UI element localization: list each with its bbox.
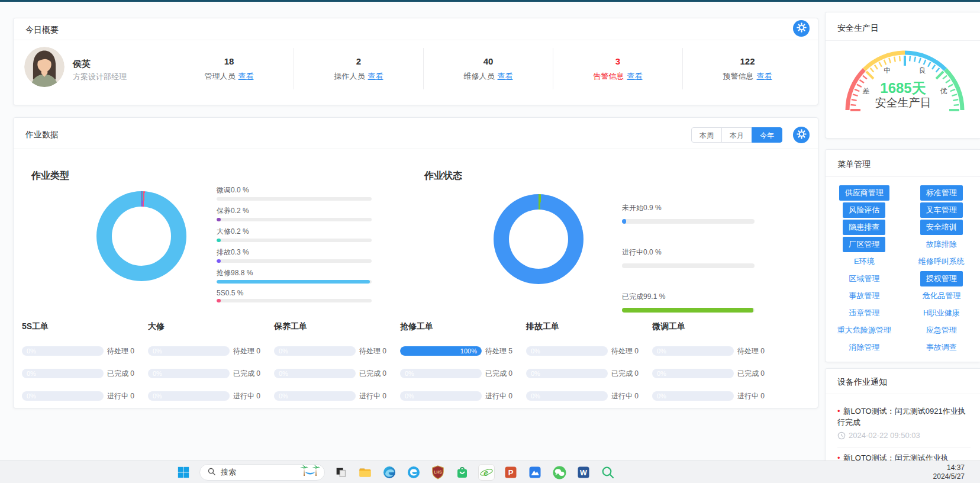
menu-button-危化品管理[interactable]: 危化品管理 — [916, 288, 966, 304]
menu-button-隐患排查[interactable]: 隐患排查 — [843, 220, 885, 235]
divider — [826, 394, 980, 394]
order-card-微调工单: 微调工单0%待处理 00%已完成 00%进行中 0 — [649, 321, 775, 414]
notice-list: •新LOTO测试：闰元测试0921作业执行完成2024-02-22 09:50:… — [837, 401, 971, 463]
progress-percent: 0% — [27, 392, 36, 400]
menu-button-消除管理[interactable]: 消除管理 — [843, 340, 885, 355]
overview-settings-button[interactable] — [793, 20, 810, 37]
order-progress-row: 0%进行中 0 — [148, 391, 267, 401]
menu-cell: 违章管理 — [826, 304, 903, 321]
legend-bar-track — [622, 219, 755, 224]
stat-value: 18 — [224, 56, 234, 66]
menu-cell: 应急管理 — [903, 321, 980, 339]
wechat-icon[interactable] — [551, 464, 568, 481]
stat-column: 2操作人员查看 — [294, 48, 423, 89]
work-type-donut-chart — [96, 191, 186, 281]
order-progress-row: 0%已完成 0 — [400, 369, 519, 378]
menu-button-维修呼叫系统[interactable]: 维修呼叫系统 — [913, 254, 971, 269]
stat-value: 122 — [740, 56, 755, 66]
divider — [826, 176, 980, 177]
order-progress-row: 0%已完成 0 — [22, 369, 141, 378]
order-status-label: 已完成 0 — [737, 369, 765, 379]
start-button-icon[interactable] — [175, 464, 192, 481]
order-status-label: 待处理 0 — [107, 346, 134, 356]
taskbar-clock[interactable]: 14:37 2024/5/27 — [933, 463, 965, 481]
work-data-card: 作业数据 本周本月今年 作业类型 微调0.0 %保养0.2 %大修0.2 %排故… — [13, 117, 818, 408]
progress-pill: 0% — [652, 391, 734, 401]
menu-button-标准管理[interactable]: 标准管理 — [920, 185, 963, 201]
view-link[interactable]: 查看 — [498, 71, 513, 82]
menu-button-H职业健康[interactable]: H职业健康 — [917, 305, 965, 321]
stat-column: 122预警信息查看 — [682, 48, 812, 89]
legend-bar-track — [217, 280, 372, 284]
menu-button-重大危险源管理[interactable]: 重大危险源管理 — [831, 323, 897, 338]
menu-button-供应商管理[interactable]: 供应商管理 — [839, 185, 889, 201]
taskbar-search-input[interactable]: 搜索 — [199, 464, 325, 481]
svg-text:P: P — [508, 468, 514, 477]
view-link[interactable]: 查看 — [757, 71, 772, 82]
menu-button-区域管理[interactable]: 区域管理 — [843, 271, 885, 286]
file-explorer-icon[interactable] — [357, 464, 373, 481]
lhs-app-icon[interactable]: LHS — [430, 464, 446, 481]
menu-button-厂区管理[interactable]: 厂区管理 — [843, 237, 885, 252]
menu-button-授权管理[interactable]: 授权管理 — [920, 271, 963, 286]
menu-button-违章管理[interactable]: 违章管理 — [843, 305, 885, 321]
order-title: 5S工单 — [22, 321, 141, 333]
store-bag-icon[interactable] — [454, 464, 470, 481]
order-card-5S工单: 5S工单0%待处理 00%已完成 00%进行中 0 — [18, 321, 144, 414]
taskbar-items: 搜索 — [175, 461, 616, 483]
notice-card-title: 设备作业通知 — [837, 377, 887, 388]
menu-button-E环境[interactable]: E环境 — [848, 254, 881, 269]
internet-explorer-icon[interactable]: e — [478, 464, 495, 481]
progress-pill: 0% — [22, 369, 104, 378]
menu-button-应急管理[interactable]: 应急管理 — [920, 323, 963, 338]
legend-bar-fill — [622, 308, 753, 313]
search-tool-icon[interactable] — [599, 464, 616, 481]
powerpoint-icon[interactable]: P — [502, 464, 519, 481]
chart-title-work-type: 作业类型 — [31, 170, 69, 182]
tab-本周[interactable]: 本周 — [691, 127, 722, 143]
order-status-label: 待处理 0 — [233, 346, 260, 356]
legend-row: 进行中0.0 % — [622, 247, 755, 268]
order-status-label: 进行中 0 — [611, 391, 639, 401]
order-title: 排故工单 — [526, 321, 645, 333]
notice-item[interactable]: •新LOTO测试：闰元测试0921作业执行完成2024-02-22 09:50:… — [837, 401, 971, 440]
work-data-settings-button[interactable] — [793, 127, 810, 143]
legend-label: 抢修98.8 % — [217, 268, 372, 278]
progress-percent: 0% — [279, 392, 288, 400]
gauge-band-label: 中 — [884, 66, 891, 75]
progress-percent: 0% — [405, 370, 414, 377]
beach-palms-icon — [299, 464, 321, 481]
menu-button-事故调查[interactable]: 事故调查 — [920, 340, 963, 355]
task-view-icon[interactable] — [333, 464, 349, 481]
view-link[interactable]: 查看 — [627, 71, 643, 82]
order-progress-row: 0%待处理 0 — [526, 346, 645, 356]
menu-button-叉车管理[interactable]: 叉车管理 — [920, 202, 963, 218]
edge-browser-icon[interactable] — [381, 464, 398, 481]
overview-stats: 18管理人员查看2操作人员查看40维修人员查看3告警信息查看122预警信息查看 — [165, 48, 812, 89]
order-status-label: 进行中 0 — [107, 391, 134, 401]
order-progress-row: 0%已完成 0 — [274, 369, 393, 378]
tab-本月[interactable]: 本月 — [721, 127, 752, 143]
order-progress-row: 0%进行中 0 — [526, 391, 645, 401]
order-progress-row: 0%待处理 0 — [652, 346, 771, 356]
stat-label-row: 维修人员查看 — [464, 71, 513, 82]
word-icon[interactable]: W — [575, 464, 592, 481]
view-link[interactable]: 查看 — [368, 71, 383, 82]
mountain-app-icon[interactable] — [527, 464, 543, 481]
order-status-label: 进行中 0 — [737, 391, 765, 401]
menu-cell: 事故管理 — [826, 287, 903, 304]
menu-button-风险评估[interactable]: 风险评估 — [843, 202, 885, 218]
menu-button-故障排除[interactable]: 故障排除 — [920, 237, 963, 252]
notice-timestamp: 2024-02-22 09:50:03 — [849, 431, 920, 440]
overview-header: 今日概要 — [14, 18, 818, 40]
menu-button-安全培训[interactable]: 安全培训 — [920, 220, 963, 235]
order-status-label: 进行中 0 — [485, 391, 512, 401]
blue-e-browser-icon[interactable] — [405, 464, 422, 481]
device-notice-card: 设备作业通知 •新LOTO测试：闰元测试0921作业执行完成2024-02-22… — [825, 368, 980, 469]
menu-button-事故管理[interactable]: 事故管理 — [843, 288, 885, 304]
order-progress-row: 0%待处理 0 — [148, 346, 267, 356]
order-card-排故工单: 排故工单0%待处理 00%已完成 00%进行中 0 — [523, 321, 649, 414]
overview-title: 今日概要 — [25, 25, 59, 36]
tab-今年[interactable]: 今年 — [752, 127, 782, 143]
view-link[interactable]: 查看 — [238, 71, 254, 82]
